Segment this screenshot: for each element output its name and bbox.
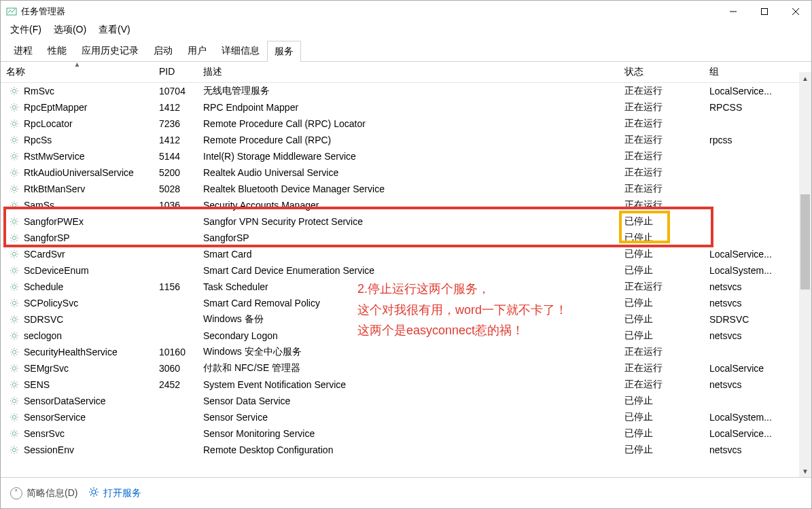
service-pid-cell: 5144: [154, 151, 198, 162]
svg-line-93: [12, 240, 12, 241]
gear-icon: [9, 86, 20, 96]
header-state[interactable]: 状态: [619, 62, 704, 82]
svg-point-167: [12, 383, 16, 386]
service-state-cell: 正在运行: [619, 150, 704, 162]
titlebar-left: 任务管理器: [6, 5, 65, 18]
svg-line-64: [12, 186, 12, 187]
vertical-scrollbar[interactable]: ▲ ▼: [799, 72, 811, 477]
gear-icon: [9, 200, 20, 211]
open-services-link[interactable]: 打开服务: [88, 487, 141, 499]
svg-point-194: [12, 432, 16, 435]
header-name[interactable]: 名称 ▲: [1, 62, 154, 82]
svg-line-48: [12, 158, 12, 159]
service-row[interactable]: ScDeviceEnumSmart Card Device Enumeratio…: [1, 262, 811, 279]
service-row[interactable]: SangforPWExSangfor VPN Security Protect …: [1, 213, 811, 230]
service-row[interactable]: SCPolicySvcSmart Card Removal Policy已停止n…: [1, 295, 811, 311]
header-group[interactable]: 组: [704, 62, 785, 82]
service-row[interactable]: Schedule1156Task Scheduler正在运行netsvcs: [1, 279, 811, 295]
service-row[interactable]: SCardSvrSmart Card已停止LocalService...: [1, 246, 811, 262]
service-row[interactable]: RtkBtManServ5028Realtek Bluetooth Device…: [1, 181, 811, 197]
menu-view[interactable]: 查看(V): [99, 24, 130, 36]
scroll-down-icon[interactable]: ▼: [799, 465, 811, 477]
svg-line-128: [16, 305, 17, 306]
svg-line-157: [16, 349, 17, 350]
svg-line-184: [16, 398, 17, 399]
menu-options[interactable]: 选项(O): [54, 24, 86, 36]
scroll-up-icon[interactable]: ▲: [799, 72, 811, 84]
svg-line-109: [12, 268, 12, 268]
svg-line-220: [96, 489, 98, 490]
svg-line-136: [12, 317, 12, 317]
svg-line-102: [12, 256, 12, 257]
tab-用户[interactable]: 用户: [180, 40, 214, 61]
service-desc-cell: Realtek Bluetooth Device Manager Service: [198, 183, 619, 194]
service-group-cell: SDRSVC: [704, 314, 785, 325]
svg-line-19: [12, 105, 12, 105]
service-row[interactable]: RtkAudioUniversalService5200Realtek Audi…: [1, 164, 811, 181]
service-row[interactable]: RpcSs1412Remote Procedure Call (RPC)正在运行…: [1, 132, 811, 148]
service-row[interactable]: SamSs1036Security Accounts Manager正在运行: [1, 197, 811, 213]
svg-line-74: [16, 207, 17, 208]
minimize-button[interactable]: [718, 1, 749, 22]
service-row[interactable]: SangforSPSangforSP已停止: [1, 230, 811, 246]
window-controls: [718, 1, 811, 22]
service-row[interactable]: SecurityHealthService10160Windows 安全中心服务…: [1, 344, 811, 360]
service-row[interactable]: SEMgrSvc3060付款和 NFC/SE 管理器正在运行LocalServi…: [1, 360, 811, 376]
service-row[interactable]: SensorDataServiceSensor Data Service已停止: [1, 393, 811, 409]
tab-进程[interactable]: 进程: [6, 40, 40, 61]
menu-file[interactable]: 文件(F): [10, 24, 41, 36]
svg-point-32: [12, 138, 16, 141]
service-name-cell: seclogon: [1, 330, 154, 341]
gear-icon: [9, 249, 20, 260]
svg-line-111: [12, 273, 12, 273]
svg-line-129: [12, 305, 12, 306]
service-state-cell: 已停止: [619, 248, 704, 260]
tab-性能[interactable]: 性能: [40, 40, 74, 61]
titlebar: 任务管理器: [1, 1, 811, 22]
svg-line-217: [90, 489, 92, 490]
service-row[interactable]: RpcLocator7236Remote Procedure Call (RPC…: [1, 116, 811, 132]
service-row[interactable]: SessionEnvRemote Desktop Configuration已停…: [1, 442, 811, 458]
svg-line-20: [16, 109, 17, 110]
svg-point-158: [12, 366, 16, 370]
svg-line-174: [12, 387, 12, 387]
service-row[interactable]: SDRSVCWindows 备份已停止SDRSVC: [1, 311, 811, 328]
tab-服务[interactable]: 服务: [267, 41, 301, 62]
tab-启动[interactable]: 启动: [146, 40, 180, 61]
scrollbar-thumb[interactable]: [800, 194, 810, 289]
service-group-cell: LocalService...: [704, 428, 785, 439]
service-state-cell: 已停止: [619, 395, 704, 407]
service-state-cell: 正在运行: [619, 281, 704, 293]
svg-line-183: [12, 403, 12, 404]
service-row[interactable]: SENS2452System Event Notification Servic…: [1, 376, 811, 393]
tabs: 进程性能应用历史记录启动用户详细信息服务: [1, 40, 811, 62]
service-desc-cell: 无线电管理服务: [198, 85, 619, 97]
header-pid[interactable]: PID: [154, 62, 198, 82]
service-desc-cell: Sangfor VPN Security Protect Service: [198, 216, 619, 227]
service-row[interactable]: RstMwService5144Intel(R) Storage Middlew…: [1, 148, 811, 164]
service-name-cell: SensorDataService: [1, 396, 154, 406]
tab-应用历史记录[interactable]: 应用历史记录: [74, 40, 146, 61]
svg-point-14: [12, 105, 16, 109]
service-name-cell: RmSvc: [1, 86, 154, 96]
svg-line-181: [12, 398, 12, 399]
svg-line-39: [12, 142, 12, 143]
service-row[interactable]: RpcEptMapper1412RPC Endpoint Mapper正在运行R…: [1, 99, 811, 116]
service-row[interactable]: SensorServiceSensor Service已停止LocalSyste…: [1, 409, 811, 425]
tab-详细信息[interactable]: 详细信息: [214, 40, 267, 61]
service-row[interactable]: seclogonSecondary Logon已停止netsvcs: [1, 328, 811, 344]
svg-line-101: [16, 256, 17, 257]
brief-info-link[interactable]: ˄ 简略信息(D): [10, 487, 77, 499]
maximize-button[interactable]: [749, 1, 780, 22]
service-pid-cell: 1036: [154, 200, 198, 211]
service-name-cell: RstMwService: [1, 151, 154, 162]
service-row[interactable]: RmSvc10704无线电管理服务正在运行LocalService...: [1, 83, 811, 99]
svg-line-100: [12, 251, 12, 252]
header-desc[interactable]: 描述: [198, 62, 619, 82]
service-pid-cell: 1156: [154, 281, 198, 292]
svg-line-138: [12, 321, 12, 322]
service-group-cell: rpcss: [704, 135, 785, 145]
close-button[interactable]: [780, 1, 811, 22]
service-row[interactable]: SensrSvcSensor Monitoring Service已停止Loca…: [1, 425, 811, 442]
svg-line-175: [16, 382, 17, 383]
